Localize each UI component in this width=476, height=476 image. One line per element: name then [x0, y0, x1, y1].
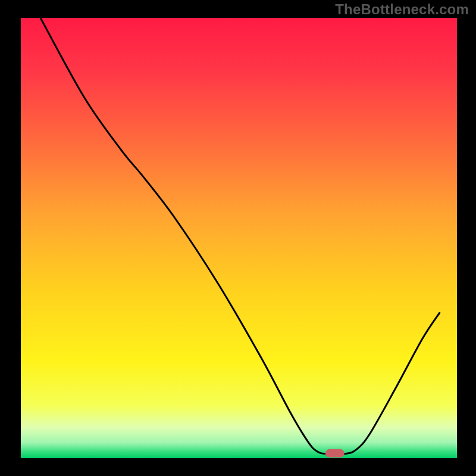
bottleneck-chart	[0, 0, 476, 476]
chart-frame: TheBottleneck.com	[0, 0, 476, 476]
gradient-background	[21, 18, 457, 458]
optimal-marker	[325, 449, 345, 458]
